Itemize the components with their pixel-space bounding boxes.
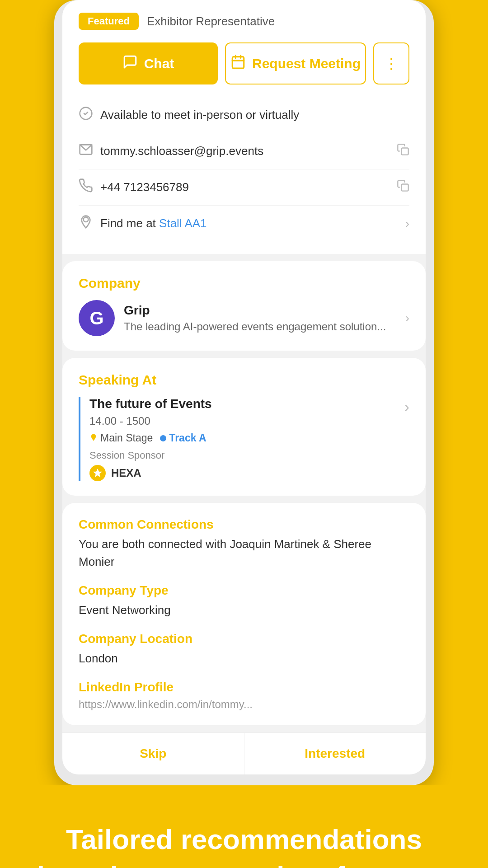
stall-link[interactable]: Stall AA1: [159, 216, 207, 230]
company-location-title: Company Location: [79, 632, 409, 646]
speaking-at-title: Speaking At: [79, 372, 409, 388]
session-chevron-icon: ›: [404, 399, 409, 415]
sponsor-name: HEXA: [111, 467, 141, 479]
more-options-button[interactable]: ⋮: [373, 42, 409, 84]
company-row[interactable]: G Grip The leading AI-powered events eng…: [79, 300, 409, 336]
linkedin-section: LinkedIn Profile https://www.linkedin.co…: [79, 680, 409, 711]
company-location-section: Company Location London: [79, 632, 409, 667]
find-me-at-text: Find me at Stall AA1: [100, 216, 405, 230]
linkedin-url[interactable]: https://www.linkedin.com/in/tommy...: [79, 698, 409, 711]
svg-marker-10: [94, 469, 102, 477]
company-description: The leading AI-powered events engagement…: [124, 320, 396, 333]
company-info: Grip The leading AI-powered events engag…: [124, 303, 396, 333]
common-connections-title: Common Connections: [79, 517, 409, 532]
track-dot-icon: [160, 435, 166, 441]
chat-button-label: Chat: [144, 56, 174, 71]
location-tag: Main Stage: [89, 432, 153, 444]
bottom-info-card: Common Connections You are both connecte…: [62, 503, 426, 725]
tagline-section: Tailored recommendations based on person…: [0, 785, 488, 868]
track-tag: Track A: [160, 432, 206, 444]
svg-point-8: [84, 217, 89, 222]
common-connections-section: Common Connections You are both connecte…: [79, 517, 409, 571]
calendar-icon: [230, 54, 246, 73]
interested-button[interactable]: Interested: [244, 733, 426, 774]
action-buttons: Chat Request Meeting ⋮: [79, 42, 409, 84]
company-logo: G: [79, 300, 115, 336]
sponsor-label: Session Sponsor: [89, 450, 397, 461]
svg-rect-0: [232, 57, 244, 69]
check-circle-icon: [79, 106, 100, 124]
svg-rect-7: [402, 184, 408, 191]
email-row: tommy.schloasser@grip.events: [79, 133, 409, 169]
svg-rect-6: [402, 148, 408, 155]
company-chevron-icon: ›: [405, 311, 409, 325]
stall-row[interactable]: Find me at Stall AA1 ›: [79, 206, 409, 241]
request-meeting-button[interactable]: Request Meeting: [225, 42, 366, 84]
company-section: Company G Grip The leading AI-powered ev…: [62, 261, 426, 351]
company-type-section: Company Type Event Networking: [79, 583, 409, 619]
phone-text: +44 7123456789: [100, 180, 391, 194]
session-card[interactable]: The future of Events 14.00 - 1500 Main S…: [79, 397, 397, 481]
location-dot-icon: [89, 432, 98, 444]
phone-icon: [79, 178, 100, 196]
company-title: Company: [79, 276, 409, 291]
track-link[interactable]: Track A: [169, 432, 206, 444]
featured-badge: Featured: [79, 13, 139, 30]
stall-chevron-icon: ›: [405, 216, 409, 231]
email-icon: [79, 142, 100, 160]
location-icon: [79, 215, 100, 232]
copy-phone-icon[interactable]: [397, 179, 409, 195]
location-text: Main Stage: [100, 432, 153, 444]
exhibitor-label: Exhibitor Representative: [147, 14, 275, 28]
availability-text: Available to meet in-person or virtually: [100, 108, 409, 122]
bottom-action-bar: Skip Interested: [62, 732, 426, 774]
tagline-text: Tailored recommendations based on person…: [27, 821, 461, 868]
skip-button[interactable]: Skip: [62, 733, 244, 774]
sponsor-icon: [89, 465, 106, 481]
sponsor-row: HEXA: [89, 465, 397, 481]
session-meta: Main Stage Track A: [89, 432, 397, 444]
session-time: 14.00 - 1500: [89, 415, 397, 427]
copy-email-icon[interactable]: [397, 143, 409, 159]
email-text: tommy.schloasser@grip.events: [100, 144, 391, 158]
chat-icon: [122, 54, 138, 73]
availability-row: Available to meet in-person or virtually: [79, 97, 409, 133]
company-type-value: Event Networking: [79, 601, 409, 619]
phone-row: +44 7123456789: [79, 169, 409, 206]
company-type-title: Company Type: [79, 583, 409, 598]
linkedin-title: LinkedIn Profile: [79, 680, 409, 694]
common-connections-text: You are both connected with Joaquin Mart…: [79, 535, 409, 571]
request-meeting-label: Request Meeting: [252, 56, 361, 71]
session-title: The future of Events: [89, 397, 397, 411]
chat-button[interactable]: Chat: [79, 42, 218, 84]
company-name: Grip: [124, 303, 396, 318]
speaking-at-section: Speaking At The future of Events 14.00 -…: [62, 358, 426, 496]
company-location-value: London: [79, 650, 409, 667]
featured-row: Featured Exhibitor Representative: [79, 0, 409, 33]
more-icon: ⋮: [384, 55, 399, 72]
